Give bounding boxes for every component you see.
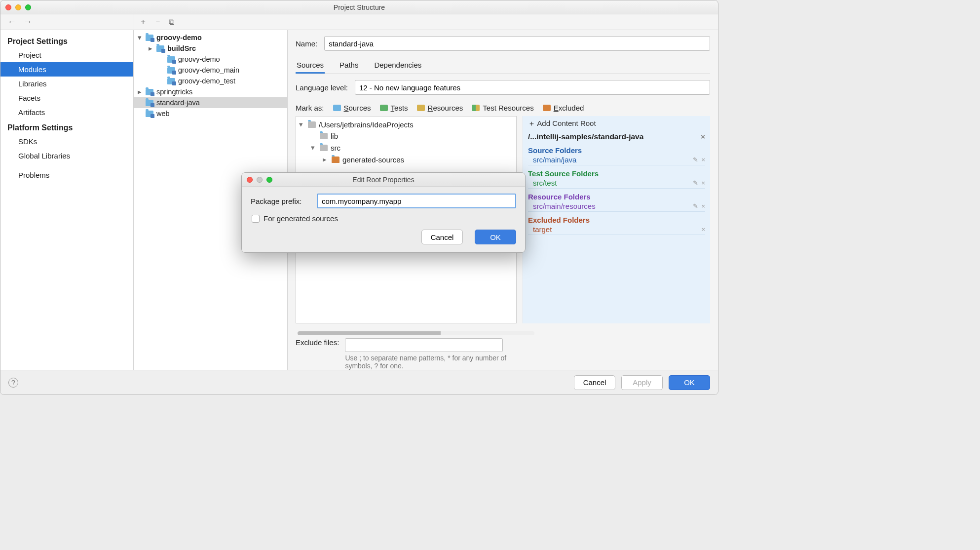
tree-label: web	[156, 110, 170, 118]
edit-icon[interactable]: ✎	[693, 202, 698, 210]
expand-icon[interactable]: ▸	[323, 155, 329, 164]
folder-icon	[320, 145, 328, 151]
roots-item-src-main-java[interactable]: src/main/java✎×	[528, 155, 705, 165]
src-node--users-jetbrains-ideaprojects[interactable]: ▾/Users/jetbrains/IdeaProjects	[296, 118, 516, 130]
module-icon	[167, 56, 175, 63]
remove-icon[interactable]: ×	[701, 179, 705, 187]
sidebar-item-global-libraries[interactable]: Global Libraries	[0, 149, 133, 163]
module-tree-node-groovy-demo[interactable]: groovy-demo	[134, 54, 287, 65]
window-title: Project Structure	[0, 3, 718, 11]
window-titlebar: Project Structure	[0, 0, 718, 14]
mark-as-row: Mark as: SourcesTestsResourcesTest Resou…	[296, 104, 710, 112]
src-node-src[interactable]: ▾src	[296, 142, 516, 154]
src-node-lib[interactable]: lib	[296, 130, 516, 142]
detail-tabs: SourcesPathsDependencies	[296, 58, 710, 74]
module-icon	[146, 111, 153, 117]
horizontal-scrollbar[interactable]	[298, 331, 534, 335]
remove-icon[interactable]: ×	[701, 226, 705, 233]
content-root-path[interactable]: /...intellij-samples/standard-java ×	[528, 131, 705, 142]
remove-icon[interactable]: －	[154, 17, 162, 27]
edit-icon[interactable]: ✎	[693, 179, 698, 187]
tree-label: groovy-demo_main	[178, 66, 239, 74]
module-icon	[146, 89, 153, 95]
exclude-files-label: Exclude files:	[296, 338, 339, 347]
module-tree-node-web[interactable]: web	[134, 108, 287, 119]
roots-item-src-test[interactable]: src/test✎×	[528, 178, 705, 189]
tree-label: standard-java	[156, 99, 200, 107]
roots-heading-resources: Resource Folders	[528, 193, 705, 201]
module-icon	[167, 67, 175, 74]
folder-icon	[380, 105, 388, 111]
folder-icon	[543, 105, 551, 111]
edit-root-properties-dialog: Edit Root Properties Package prefix: For…	[241, 172, 526, 253]
sidebar-item-modules[interactable]: Modules	[0, 62, 133, 77]
exclude-files-input[interactable]	[345, 338, 503, 352]
module-icon	[156, 45, 164, 52]
folder-icon	[308, 121, 316, 128]
mark-as-sources[interactable]: Sources	[333, 104, 371, 112]
tree-label: groovy-demo_test	[178, 77, 235, 85]
back-icon[interactable]: ←	[7, 17, 16, 27]
roots-item-target[interactable]: target×	[528, 224, 705, 235]
module-tree-node-groovy-demo-main[interactable]: groovy-demo_main	[134, 65, 287, 76]
tree-label: groovy-demo	[178, 55, 220, 63]
remove-icon[interactable]: ×	[701, 156, 705, 163]
ok-button[interactable]: OK	[669, 375, 710, 390]
help-icon[interactable]: ?	[8, 378, 18, 388]
forward-icon[interactable]: →	[23, 17, 32, 27]
folder-icon	[332, 157, 339, 163]
tree-label: springtricks	[156, 88, 192, 96]
module-tree-node-springtricks[interactable]: springtricks	[134, 86, 287, 97]
expand-icon[interactable]: ▾	[299, 120, 305, 129]
mark-as-label: Mark as:	[296, 104, 324, 112]
remove-icon[interactable]: ×	[701, 202, 705, 210]
toolbar: ← → ＋ － ⧉	[0, 14, 718, 30]
module-tree-node-groovy-demo[interactable]: groovy-demo	[134, 32, 287, 43]
expand-icon[interactable]	[137, 88, 143, 96]
package-prefix-label: Package prefix:	[251, 197, 310, 205]
sidebar-item-sdks[interactable]: SDKs	[0, 134, 133, 149]
language-level-select[interactable]: 12 - No new language features	[355, 80, 710, 95]
expand-icon[interactable]	[148, 44, 153, 52]
src-node-generated-sources[interactable]: ▸generated-sources	[296, 154, 516, 165]
mark-as-resources[interactable]: Resources	[417, 104, 463, 112]
checkbox-icon[interactable]	[252, 215, 260, 223]
add-content-root[interactable]: ＋ Add Content Root	[528, 118, 705, 131]
name-input[interactable]	[324, 36, 710, 51]
roots-heading-excluded: Excluded Folders	[528, 216, 705, 224]
module-tree-node-groovy-demo-test[interactable]: groovy-demo_test	[134, 76, 287, 86]
tab-dependencies[interactable]: Dependencies	[373, 58, 422, 74]
folder-icon	[320, 133, 328, 139]
sidebar-item-libraries[interactable]: Libraries	[0, 77, 133, 91]
roots-heading-tests: Test Source Folders	[528, 169, 705, 178]
cancel-button[interactable]: Cancel	[574, 375, 615, 390]
module-tree-node-standard-java[interactable]: standard-java	[134, 97, 287, 108]
roots-item-src-main-resources[interactable]: src/main/resources✎×	[528, 201, 705, 212]
tab-sources[interactable]: Sources	[296, 58, 325, 74]
sidebar-heading-platform: Platform Settings	[0, 119, 133, 134]
mark-as-testres[interactable]: Test Resources	[472, 104, 533, 112]
expand-icon[interactable]	[137, 34, 143, 41]
package-prefix-input[interactable]	[317, 194, 516, 208]
generated-sources-checkbox[interactable]: For generated sources	[252, 214, 516, 223]
tree-label: buildSrc	[167, 44, 196, 52]
language-level-label: Language level:	[296, 83, 348, 92]
sidebar-item-problems[interactable]: Problems	[0, 168, 133, 182]
copy-icon[interactable]: ⧉	[169, 18, 174, 27]
sidebar-heading-project: Project Settings	[0, 33, 133, 48]
apply-button[interactable]: Apply	[621, 375, 663, 390]
edit-icon[interactable]: ✎	[693, 156, 698, 163]
sidebar-item-project[interactable]: Project	[0, 48, 133, 62]
expand-icon[interactable]: ▾	[311, 143, 317, 152]
modal-cancel-button[interactable]: Cancel	[421, 230, 463, 244]
sidebar-item-facets[interactable]: Facets	[0, 91, 133, 105]
module-tree-node-buildsrc[interactable]: buildSrc	[134, 43, 287, 54]
modal-ok-button[interactable]: OK	[475, 230, 516, 244]
sidebar-item-artifacts[interactable]: Artifacts	[0, 105, 133, 119]
add-icon[interactable]: ＋	[139, 17, 147, 27]
mark-as-tests[interactable]: Tests	[380, 104, 408, 112]
remove-root-icon[interactable]: ×	[701, 132, 705, 141]
modal-title: Edit Root Properties	[242, 176, 525, 184]
tab-paths[interactable]: Paths	[339, 58, 359, 74]
mark-as-excluded[interactable]: Excluded	[543, 104, 584, 112]
